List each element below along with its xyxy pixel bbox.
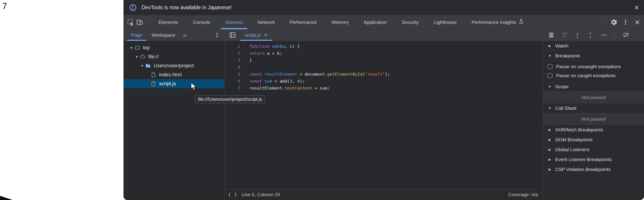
option-pause-on-caught-exceptions[interactable]: Pause on caught exceptions — [543, 71, 644, 80]
code-line: 1function add(a, b) { — [224, 43, 543, 50]
tab-page[interactable]: Page — [127, 29, 146, 41]
toggle-navigator-icon[interactable] — [228, 31, 237, 40]
tree-item-script-js[interactable]: script.js — [124, 79, 224, 88]
deactivate-breakpoints-icon[interactable] — [622, 31, 630, 39]
line-text: const sum = add(3, 4); — [244, 78, 305, 85]
section-collapsed-icon[interactable]: ▶ — [548, 158, 552, 162]
tab-application[interactable]: Application — [358, 15, 393, 29]
line-number[interactable]: 6 — [224, 78, 244, 85]
code-line: 3} — [224, 57, 543, 64]
pretty-print-icon[interactable]: { } — [228, 192, 238, 197]
checkbox[interactable] — [548, 64, 552, 69]
section-breakpoints[interactable]: ▼Breakpoints — [543, 51, 644, 61]
section-collapsed-icon[interactable]: ▶ — [548, 44, 552, 48]
tab-label: Console — [193, 19, 210, 25]
tab-close-icon[interactable]: × — [264, 32, 268, 38]
section-expanded-icon[interactable]: ▼ — [548, 54, 552, 58]
tab-memory[interactable]: Memory — [326, 15, 355, 29]
step-into-icon[interactable] — [573, 31, 581, 39]
option-pause-on-uncaught-exceptions[interactable]: Pause on uncaught exceptions — [543, 62, 644, 71]
toolbar-divider — [615, 31, 615, 39]
expander-icon[interactable]: ▼ — [139, 64, 145, 68]
editor-tab-scriptjs[interactable]: script.js × — [240, 29, 272, 41]
more-tabs-icon[interactable]: » — [181, 31, 189, 39]
section-event-listener-breakpoints[interactable]: ▶Event Listener Breakpoints — [543, 155, 644, 165]
line-number[interactable]: 7 — [224, 85, 244, 92]
navigator-menu-icon[interactable] — [212, 31, 222, 40]
token-plain: , — [292, 79, 297, 83]
tab-security[interactable]: Security — [395, 15, 425, 29]
line-text: } — [244, 57, 252, 64]
section-watch[interactable]: ▶Watch — [543, 41, 644, 51]
tree-item-label: file:// — [148, 54, 159, 60]
language-banner: DevTools is now available in Japanese! × — [124, 0, 644, 15]
section-collapsed-icon[interactable]: ▶ — [548, 167, 552, 172]
tree-item-file[interactable]: ▼file:// — [124, 52, 224, 61]
more-options-icon[interactable] — [621, 18, 630, 27]
step-out-icon[interactable] — [586, 31, 594, 39]
tab-network[interactable]: Network — [251, 15, 281, 29]
token-plain: ); — [300, 79, 305, 83]
expander-icon[interactable]: ▼ — [128, 46, 134, 50]
line-number[interactable]: 1 — [224, 43, 244, 50]
step-icon[interactable] — [600, 31, 608, 39]
section-xhr-fetch-breakpoints[interactable]: ▶XHR/fetch Breakpoints — [543, 125, 644, 135]
section-expanded-icon[interactable]: ▼ — [548, 85, 552, 88]
line-number[interactable]: 2 — [224, 50, 244, 57]
tab-label: Security — [402, 19, 419, 25]
section-call-stack[interactable]: ▼Call Stack — [543, 103, 644, 113]
token-plain: ( — [362, 72, 365, 76]
banner-message: DevTools is now available in Japanese! — [142, 4, 232, 10]
section-global-listeners[interactable]: ▶Global Listeners — [543, 145, 644, 155]
token-param: a — [282, 44, 284, 49]
frame-icon — [134, 45, 140, 51]
token-var: resultElement — [264, 72, 297, 76]
token-string: "result" — [365, 72, 385, 76]
slide-number: 7 — [2, 1, 7, 11]
tab-performance[interactable]: Performance — [284, 15, 323, 29]
section-scope[interactable]: ▼Scope — [543, 82, 644, 92]
device-toolbar-icon[interactable] — [135, 18, 144, 27]
tree-item-users-user-project[interactable]: ▼Users/user/project — [124, 61, 224, 70]
section-csp-violation-breakpoints[interactable]: ▶CSP Violation Breakpoints — [543, 165, 644, 174]
section-expanded-icon[interactable]: ▼ — [548, 106, 552, 110]
tab-label: Sources — [225, 19, 243, 25]
option-label: Pause on uncaught exceptions — [556, 64, 621, 69]
tree-item-label: top — [143, 45, 150, 51]
section-dom-breakpoints[interactable]: ▶DOM Breakpoints — [543, 135, 644, 145]
section-label: Breakpoints — [555, 53, 580, 58]
close-devtools-icon[interactable]: × — [633, 18, 642, 27]
info-icon — [128, 3, 138, 12]
tab-workspace[interactable]: Workspace — [148, 29, 179, 41]
settings-gear-icon[interactable] — [609, 18, 618, 27]
inspect-element-icon[interactable] — [126, 18, 135, 27]
step-over-icon[interactable] — [560, 31, 568, 39]
line-number[interactable]: 5 — [224, 71, 244, 78]
toolbar-divider — [146, 18, 147, 26]
tree-item-index-html[interactable]: index.html — [124, 70, 224, 79]
token-number: 3 — [290, 79, 292, 83]
tab-elements[interactable]: Elements — [152, 15, 184, 29]
code-line: 7resultElement.textContent = sum; — [224, 85, 543, 92]
section-collapsed-icon[interactable]: ▶ — [548, 128, 552, 132]
pause-script-icon[interactable] — [547, 31, 555, 39]
line-number[interactable]: 3 — [224, 57, 244, 64]
tab-label: Application — [364, 19, 387, 25]
tab-performance-insights[interactable]: Performance insights — [465, 15, 530, 29]
checkbox[interactable] — [548, 73, 552, 78]
tab-console[interactable]: Console — [187, 15, 217, 29]
tree-item-top[interactable]: ▼top — [124, 43, 224, 52]
line-number[interactable]: 4 — [224, 64, 244, 71]
corner-shape — [0, 196, 12, 200]
tab-lighthouse[interactable]: Lighthouse — [427, 15, 463, 29]
section-label: Global Listeners — [555, 147, 590, 152]
section-collapsed-icon[interactable]: ▶ — [548, 148, 552, 152]
tab-label: Lighthouse — [434, 19, 457, 25]
file-path-tooltip: file:///Users/user/project/script.js — [195, 95, 265, 103]
tab-sources[interactable]: Sources — [219, 15, 249, 29]
code-editor[interactable]: 1function add(a, b) {2return a + b;3}45c… — [224, 41, 543, 189]
section-collapsed-icon[interactable]: ▶ — [548, 138, 552, 142]
expander-icon[interactable]: ▼ — [134, 55, 140, 59]
token-plain — [262, 79, 264, 83]
banner-close-icon[interactable]: × — [634, 3, 639, 12]
